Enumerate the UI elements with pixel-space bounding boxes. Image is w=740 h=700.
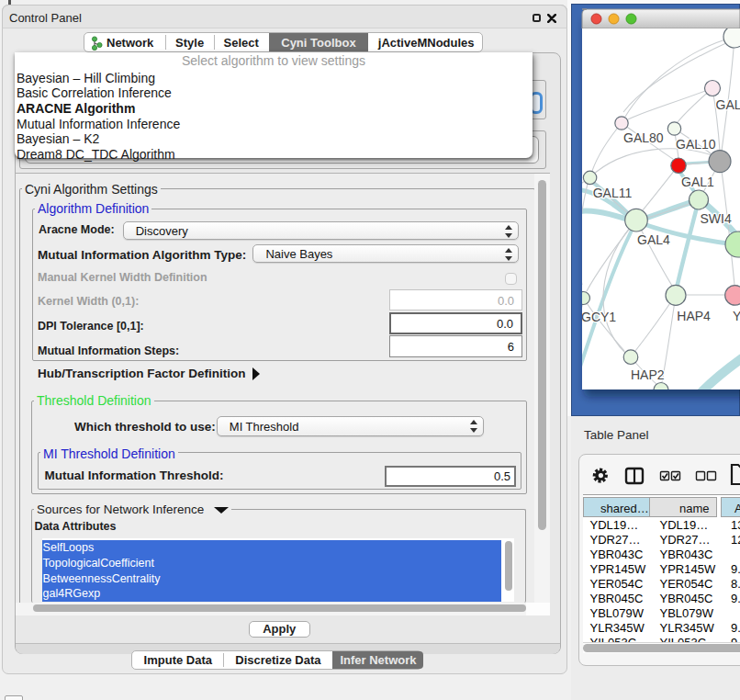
svg-text:GAL1: GAL1: [681, 175, 714, 189]
svg-text:HAP2: HAP2: [631, 367, 665, 382]
svg-text:GAL2: GAL2: [716, 97, 740, 112]
svg-text:GAL11: GAL11: [593, 186, 633, 200]
svg-text:GAL10: GAL10: [676, 137, 716, 152]
svg-text:GAL80: GAL80: [623, 130, 664, 145]
svg-text:HAP4: HAP4: [677, 309, 711, 323]
svg-text:SWI4: SWI4: [701, 211, 732, 226]
svg-text:GAL4: GAL4: [637, 232, 670, 247]
svg-text:GCY1: GCY1: [581, 310, 616, 324]
svg-text:Y: Y: [733, 309, 740, 323]
